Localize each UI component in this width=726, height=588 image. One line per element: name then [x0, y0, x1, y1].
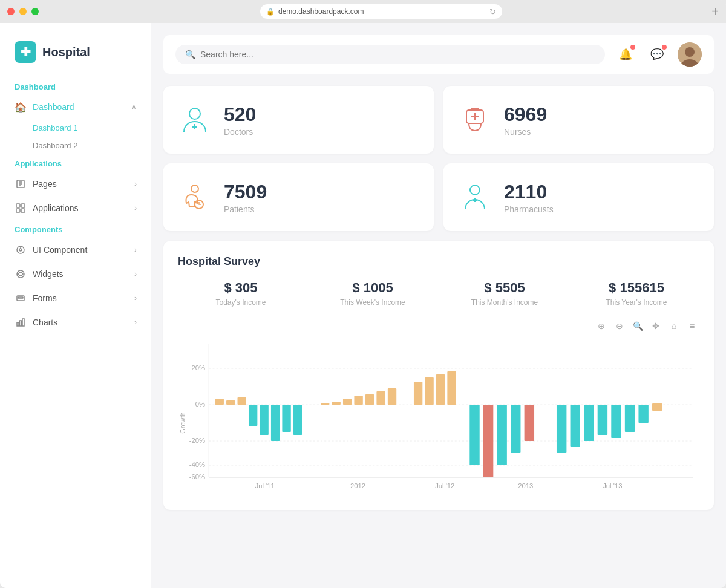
widgets-icon [15, 268, 27, 280]
svg-rect-61 [388, 388, 396, 405]
sidebar: ✚ Hospital Dashboard 🏠 Dashboard ∧ Dashb… [0, 23, 151, 588]
forms-label: Forms [33, 293, 57, 303]
sidebar-item-applications[interactable]: Applications › [0, 196, 151, 220]
svg-text:-20%: -20% [189, 437, 205, 444]
user-avatar[interactable] [678, 42, 702, 67]
sidebar-subitem-dashboard2[interactable]: Dashboard 2 [0, 137, 151, 154]
sidebar-item-forms[interactable]: Forms › [0, 286, 151, 310]
svg-rect-52 [271, 405, 280, 441]
address-bar[interactable]: 🔒 demo.dashboardpack.com ↻ [260, 4, 502, 19]
menu-btn[interactable]: ≡ [685, 319, 699, 333]
chevron-right-icon2: › [134, 204, 137, 212]
new-tab-button[interactable]: + [711, 5, 719, 19]
section-components-label: Components [0, 220, 151, 238]
svg-rect-50 [249, 405, 257, 426]
message-badge [662, 45, 667, 50]
browser-titlebar: 🔒 demo.dashboardpack.com ↻ + [0, 0, 726, 23]
patients-info: 7509 Patients [224, 181, 267, 214]
stats-grid: 520 Doctors [163, 86, 714, 231]
zoom-in-btn[interactable]: ⊕ [594, 319, 609, 333]
patients-label: Patients [224, 204, 267, 214]
doctor-icon [178, 103, 212, 137]
sidebar-item-widgets[interactable]: Widgets › [0, 262, 151, 286]
income-week: $ 1005 This Week's Income [310, 280, 436, 307]
notification-button[interactable]: 🔔 [615, 44, 636, 65]
income-today-label: Today's Income [178, 298, 304, 307]
income-year-label: This Year's Income [574, 298, 699, 307]
patients-value: 7509 [224, 181, 267, 203]
income-month-value: $ 5505 [442, 280, 567, 296]
zoom-reset-btn[interactable]: 🔍 [630, 319, 645, 333]
svg-rect-70 [525, 405, 534, 441]
svg-point-23 [189, 108, 200, 119]
svg-rect-19 [22, 319, 24, 326]
chevron-right-icon3: › [134, 246, 137, 254]
svg-rect-54 [293, 405, 302, 435]
svg-rect-66 [469, 405, 479, 465]
income-grid: $ 305 Today's Income $ 1005 This Week's … [178, 280, 699, 307]
pharmacust-icon [458, 180, 492, 214]
income-today: $ 305 Today's Income [178, 280, 304, 307]
close-button[interactable] [7, 8, 15, 15]
income-month: $ 5505 This Month's Income [442, 280, 567, 307]
chevron-right-icon6: › [134, 318, 137, 327]
search-bar[interactable]: 🔍 [175, 45, 605, 64]
svg-rect-4 [16, 204, 20, 207]
svg-point-30 [191, 185, 198, 192]
income-today-value: $ 305 [178, 280, 304, 296]
nurses-info: 6969 Nurses [504, 103, 547, 137]
header-icons: 🔔 💬 [615, 42, 702, 67]
sidebar-subitem-dashboard1[interactable]: Dashboard 1 [0, 119, 151, 137]
home-icon: 🏠 [15, 101, 27, 113]
svg-point-12 [19, 272, 22, 276]
sidebar-item-pages[interactable]: Pages › [0, 172, 151, 196]
income-year: $ 155615 This Year's Income [574, 280, 699, 307]
applications-icon [15, 202, 27, 214]
survey-title: Hospital Survey [178, 255, 699, 268]
app-content: ✚ Hospital Dashboard 🏠 Dashboard ∧ Dashb… [0, 23, 726, 588]
svg-text:-40%: -40% [189, 461, 205, 468]
svg-rect-77 [638, 405, 648, 423]
stat-card-doctors: 520 Doctors [163, 86, 434, 154]
pan-btn[interactable]: ✥ [649, 319, 663, 333]
svg-rect-53 [282, 405, 290, 432]
widgets-label: Widgets [33, 269, 64, 279]
home-btn[interactable]: ⌂ [667, 319, 681, 333]
main-panel: 🔍 🔔 💬 [151, 23, 726, 588]
survey-card: Hospital Survey $ 305 Today's Income $ 1… [163, 241, 714, 510]
maximize-button[interactable] [31, 8, 39, 15]
svg-rect-74 [598, 405, 607, 435]
svg-point-21 [685, 47, 695, 57]
minimize-button[interactable] [19, 8, 27, 15]
search-input[interactable] [200, 50, 595, 59]
reload-icon[interactable]: ↻ [489, 7, 496, 16]
svg-text:2013: 2013 [518, 482, 533, 489]
svg-rect-65 [447, 371, 456, 405]
svg-rect-72 [571, 405, 580, 447]
svg-rect-47 [215, 399, 224, 405]
notification-badge [630, 45, 635, 50]
svg-rect-71 [557, 405, 566, 453]
sidebar-item-charts[interactable]: Charts › [0, 310, 151, 335]
svg-text:Jul '12: Jul '12 [435, 482, 454, 489]
svg-rect-48 [226, 400, 235, 405]
pharmacusts-label: Pharmacusts [504, 204, 554, 214]
section-dashboard-label: Dashboard [0, 77, 151, 95]
nurse-icon [458, 103, 492, 137]
logo-text: Hospital [42, 45, 90, 59]
income-week-label: This Week's Income [310, 298, 436, 307]
svg-rect-67 [483, 405, 493, 477]
pages-label: Pages [33, 179, 57, 189]
svg-rect-5 [21, 204, 25, 207]
sidebar-item-ui[interactable]: UI Component › [0, 238, 151, 262]
doctors-label: Doctors [224, 127, 256, 137]
svg-rect-60 [376, 391, 385, 405]
patient-icon [178, 180, 212, 214]
doctors-info: 520 Doctors [224, 103, 256, 137]
svg-rect-78 [652, 403, 662, 411]
income-week-value: $ 1005 [310, 280, 436, 296]
message-button[interactable]: 💬 [646, 44, 668, 65]
zoom-out-btn[interactable]: ⊖ [612, 319, 627, 333]
sidebar-item-dashboard[interactable]: 🏠 Dashboard ∧ [0, 95, 151, 119]
bell-icon: 🔔 [619, 48, 632, 61]
